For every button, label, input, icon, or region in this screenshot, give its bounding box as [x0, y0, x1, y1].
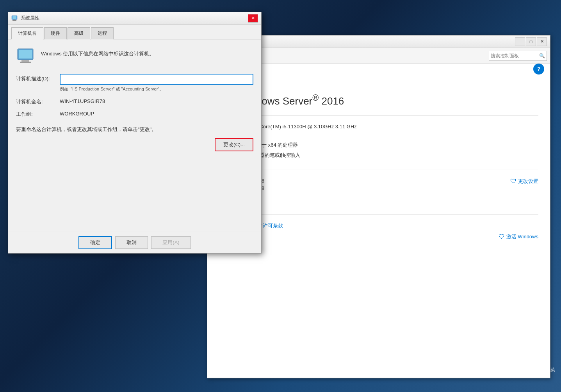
- form-desc-row: 计算机描述(D): 例如: "IIS Production Server" 或 …: [16, 74, 253, 92]
- tab-hardware-label: 硬件: [51, 30, 60, 36]
- watermark: CSDN @呆呆的私房菜: [508, 367, 555, 373]
- dialog-titlebar: 系统属性 ✕: [8, 12, 261, 25]
- form-workgroup-value: WORKGROUP: [60, 111, 94, 118]
- dialog-computer-icon-small: [11, 15, 18, 21]
- ok-btn[interactable]: 确定: [78, 236, 112, 249]
- dialog-computer-icon: [16, 47, 35, 66]
- change-btn-wrapper: 更改(C)...: [16, 138, 253, 151]
- change-computer-name-btn[interactable]: 更改(C)...: [215, 138, 253, 151]
- dialog-titlebar-btns: ✕: [248, 14, 258, 23]
- tab-advanced[interactable]: 高级: [68, 27, 90, 39]
- dialog-content: Windows 使用以下信息在网络中标识这台计算机。 计算机描述(D): 例如:…: [8, 39, 261, 159]
- cp-ram-row: 2.00 GB: [219, 133, 538, 138]
- cancel-btn[interactable]: 取消: [115, 236, 148, 249]
- form-workgroup-label: 工作组:: [16, 111, 55, 118]
- form-fullname-value: WIN-4T1UPSGIR78: [60, 98, 105, 105]
- cp-processor-row: 11th Gen Intel(R) Core(TM) i5-11300H @ 3…: [219, 124, 538, 129]
- form-fullname-row: 计算机全名: WIN-4T1UPSGIR78: [16, 98, 253, 105]
- sys-props-dialog: 系统属性 ✕ 计算机名 硬件 高级 远程: [8, 12, 262, 254]
- svg-rect-6: [21, 60, 29, 62]
- dialog-footer: 确定 取消 应用(A): [8, 232, 261, 253]
- form-desc-label: 计算机描述(D):: [16, 74, 55, 82]
- form-section: 计算机描述(D): 例如: "IIS Production Server" 或 …: [16, 74, 253, 92]
- computer-desc-input[interactable]: [60, 74, 253, 85]
- tab-hardware[interactable]: 硬件: [44, 27, 67, 39]
- cp-shield-icon-activate: 🛡: [499, 233, 505, 240]
- dialog-info-row: Windows 使用以下信息在网络中标识这台计算机。: [16, 47, 253, 66]
- cp-change-settings-text: 更改设置: [518, 178, 538, 185]
- cp-shield-icon-settings: 🛡: [510, 178, 516, 185]
- dialog-title-left: 系统属性: [11, 15, 39, 21]
- cp-workgroup-row: WORKGROUP: [219, 196, 538, 202]
- cp-titlebar-btns: ─ □ ✕: [515, 37, 547, 46]
- rename-section: 要重命名这台计算机，或者更改其域或工作组，请单击"更改"。 更改(C)...: [16, 126, 253, 151]
- cp-name-section: WIN-4T1UPSGIR78 WIN-4T1UPSGIR78 🛡 更改设置 W…: [219, 178, 538, 215]
- apply-btn[interactable]: 应用(A): [151, 236, 191, 249]
- tab-advanced-label: 高级: [74, 30, 84, 36]
- cp-activation-row: 0000-AA947 🛡 激活 Windows: [219, 233, 538, 240]
- cp-maximize-btn[interactable]: □: [526, 37, 536, 46]
- dialog-close-btn[interactable]: ✕: [248, 14, 258, 23]
- cp-info-section: 11th Gen Intel(R) Core(TM) i5-11300H @ 3…: [219, 124, 538, 170]
- dialog-info-text: Windows 使用以下信息在网络中标识这台计算机。: [41, 47, 154, 57]
- form-hint: 例如: "IIS Production Server" 或 "Accountin…: [60, 86, 253, 92]
- cp-close-btn[interactable]: ✕: [537, 37, 547, 46]
- watermark-text: CSDN @呆呆的私房菜: [508, 367, 555, 372]
- tab-remote-label: 远程: [98, 30, 107, 36]
- svg-rect-2: [13, 20, 16, 20]
- svg-rect-3: [12, 20, 16, 21]
- form-workgroup-row: 工作组: WORKGROUP: [16, 111, 253, 118]
- form-field-group: 例如: "IIS Production Server" 或 "Accountin…: [60, 74, 253, 92]
- dialog-tabs: 计算机名 硬件 高级 远程: [8, 25, 261, 39]
- cp-pen-row: 没有可用于此显示器的笔或触控输入: [219, 152, 538, 159]
- cp-activate-text: 激活 Windows: [506, 233, 538, 240]
- svg-rect-1: [12, 16, 16, 19]
- win-server-version: 2016: [321, 95, 344, 106]
- cp-change-settings-link[interactable]: 🛡 更改设置: [510, 178, 538, 185]
- cp-search-input[interactable]: [491, 53, 538, 59]
- cp-activate-link[interactable]: 🛡 激活 Windows: [499, 233, 538, 240]
- cp-activation-section: 阅读 Microsoft 软件许可条款 0000-AA947 🛡 激活 Wind…: [219, 222, 538, 240]
- cp-computer-name-row: WIN-4T1UPSGIR78 WIN-4T1UPSGIR78 🛡 更改设置: [219, 178, 538, 191]
- cp-search-icon: 🔍: [539, 53, 545, 59]
- dialog-title-text: 系统属性: [21, 15, 39, 21]
- tab-remote[interactable]: 远程: [91, 27, 114, 39]
- rename-text: 要重命名这台计算机，或者更改其域或工作组，请单击"更改"。: [16, 126, 253, 133]
- cp-search-box: 🔍: [489, 51, 547, 61]
- tab-computer-name-label: 计算机名: [18, 30, 37, 36]
- cp-os-section: Windows Server® 2016: [219, 92, 538, 116]
- cp-help-btn[interactable]: ?: [533, 64, 544, 74]
- cp-minimize-btn[interactable]: ─: [515, 37, 525, 46]
- tab-computer-name[interactable]: 计算机名: [11, 27, 43, 39]
- svg-rect-5: [19, 50, 32, 59]
- svg-rect-7: [20, 62, 31, 63]
- cp-os-type-row: 64 位操作系统，基于 x64 的处理器: [219, 142, 538, 149]
- desktop: ─ □ ✕ ◀ ▶ ↻ 🔍 ? Datacenter oration。保留所: [0, 0, 561, 392]
- form-fullname-label: 计算机全名:: [16, 98, 55, 105]
